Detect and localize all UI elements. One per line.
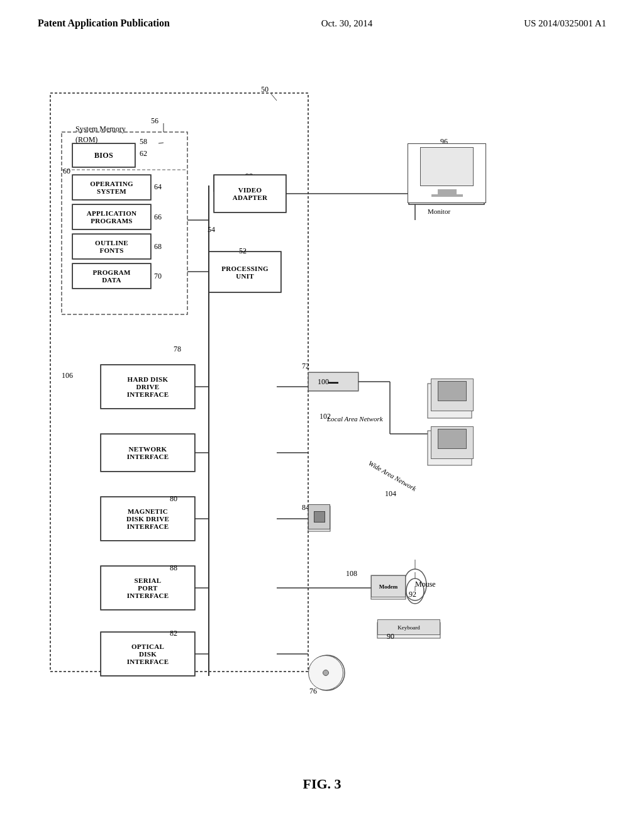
monitor-box	[408, 143, 486, 203]
app-programs-box: APPLICATIONPROGRAMS	[72, 204, 151, 230]
ref-88: 88	[170, 563, 177, 573]
ref-102: 102	[319, 412, 331, 421]
ref-104: 104	[385, 489, 396, 499]
ref-52: 52	[239, 246, 247, 256]
ref-62: 62	[140, 149, 147, 158]
hard-disk-peripheral: ▬▬	[308, 372, 358, 391]
ref-60: 60	[63, 167, 70, 176]
ref-68: 68	[154, 242, 162, 252]
serial-port-box: SERIALPORTINTERFACE	[101, 566, 195, 610]
ref-70: 70	[154, 272, 162, 281]
ref-82: 82	[170, 629, 177, 638]
optical-disk-box: OPTICALDISKINTERFACE	[101, 632, 195, 676]
program-data-box: PROGRAMDATA	[72, 263, 151, 289]
patent-publication-label: Patent Application Publication	[38, 18, 170, 29]
ref-56: 56	[151, 116, 158, 126]
lan-label: Local Area Network	[327, 415, 383, 423]
modem-box: Modem	[371, 575, 406, 597]
mouse-label: Mouse	[415, 580, 436, 589]
ref-72: 72	[302, 362, 309, 371]
ref-50: 50	[261, 85, 269, 94]
wan-label: Wide Area Network	[367, 459, 418, 492]
processing-unit-box: PROCESSINGUNIT	[209, 252, 281, 292]
ref-106-label: 106	[62, 371, 73, 380]
network-computer-2	[431, 426, 474, 459]
svg-line-48	[158, 143, 164, 143]
monitor-label: Monitor	[428, 208, 450, 215]
ref-66: 66	[154, 213, 162, 222]
bios-box: BIOS	[72, 143, 135, 167]
ref-90: 90	[387, 632, 394, 641]
date-label: Oct. 30, 2014	[321, 18, 373, 29]
magnetic-peripheral	[308, 504, 330, 529]
figure-caption: FIG. 3	[0, 776, 644, 792]
ref-64: 64	[154, 182, 162, 192]
ref-54: 54	[208, 225, 215, 235]
video-adapter-box: VIDEOADAPTER	[214, 175, 286, 213]
network-computer-1	[431, 379, 474, 411]
svg-line-46	[270, 93, 277, 101]
patent-number-label: US 2014/0325001 A1	[524, 18, 606, 29]
hard-disk-box: HARD DISKDRIVEINTERFACE	[101, 365, 195, 409]
ref-80: 80	[170, 494, 177, 504]
ref-76: 76	[309, 687, 317, 696]
ref-92: 92	[409, 590, 416, 599]
os-box: OPERATINGSYSTEM	[72, 175, 151, 200]
outline-fonts-box: OUTLINEFONTS	[72, 234, 151, 259]
optical-disk-peripheral	[308, 655, 343, 690]
ref-108: 108	[346, 569, 357, 578]
ref-58: 58	[140, 137, 147, 147]
diagram-area: 50 56 System Memory (ROM) 58 BIOS 62 54 …	[38, 82, 604, 773]
ref-100: 100	[318, 377, 329, 387]
system-memory-label: System Memory	[75, 124, 126, 134]
network-interface-box: NETWORKINTERFACE	[101, 434, 195, 472]
magnetic-disk-box: MAGNETICDISK DRIVEINTERFACE	[101, 497, 195, 541]
ref-78: 78	[174, 345, 181, 354]
